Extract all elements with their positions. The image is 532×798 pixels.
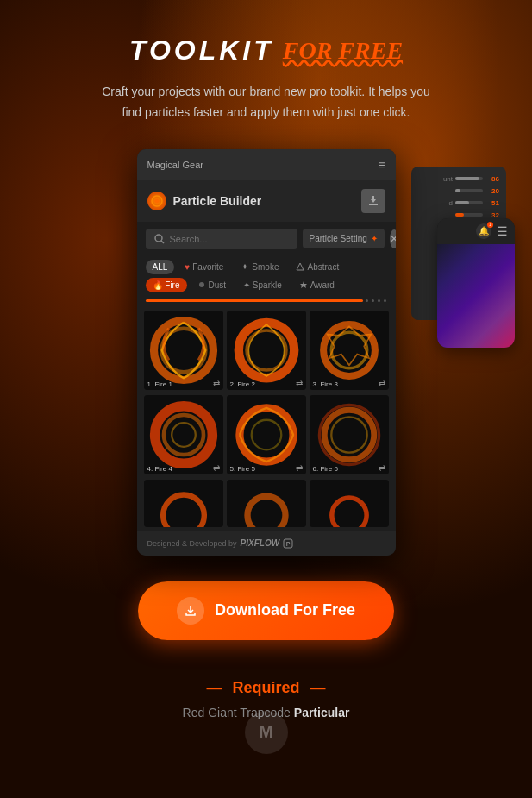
category-tabs-2: 🔥 Fire Dust ✦ Sparkle Award: [137, 278, 396, 296]
watermark: M: [245, 711, 288, 754]
particle-arrow-3: ⇄: [379, 379, 385, 388]
svg-point-18: [251, 419, 281, 449]
required-label: Required: [232, 679, 299, 697]
search-box: [146, 229, 297, 249]
menu-icon[interactable]: ≡: [378, 158, 385, 172]
svg-marker-5: [297, 263, 304, 270]
particle-arrow-2: ⇄: [296, 379, 303, 388]
download-button[interactable]: Download For Free: [138, 581, 394, 640]
panel-footer: Designed & Developed by PIXFLOW P: [137, 531, 396, 556]
particle-arrow-6: ⇄: [379, 463, 385, 473]
svg-line-4: [161, 241, 164, 243]
tab-favorite[interactable]: ♥ Favorite: [178, 260, 230, 274]
pixflow-logo-icon: P: [283, 538, 293, 549]
tab-fire[interactable]: 🔥 Fire: [146, 278, 187, 292]
title-main: TOOLKIT: [129, 35, 274, 66]
tab-sparkle[interactable]: ✦ Sparkle: [236, 278, 289, 292]
panel-title: Particle Builder: [173, 194, 262, 208]
particles-grid-row1: 1. Fire 1 ⇄ 2. Fire 2 ⇄: [137, 305, 396, 395]
tab-all[interactable]: ALL: [146, 260, 175, 274]
particles-bottom-row: [137, 480, 396, 531]
panel-wrapper: unt 86 20 d 51 32 d X 12: [17, 149, 515, 556]
search-row: Particle Setting ✦ ✕: [137, 222, 396, 256]
particle-cell-7-partial[interactable]: [144, 480, 223, 527]
notification-badge: 1: [487, 222, 493, 228]
required-dash-left: —: [206, 679, 222, 697]
svg-point-13: [331, 332, 366, 368]
settings-row-2: 20: [418, 187, 499, 195]
particle-label-5: 5. Fire 5: [230, 465, 255, 473]
particle-arrow-5: ⇄: [296, 463, 303, 473]
svg-point-23: [247, 496, 285, 527]
close-button[interactable]: ✕: [390, 229, 396, 248]
footer-brand: PIXFLOW: [241, 538, 280, 548]
particle-arrow-1: ⇄: [213, 379, 220, 388]
particle-label-1: 1. Fire 1: [147, 380, 172, 388]
particle-cell-6[interactable]: 6. Fire 6 ⇄: [310, 395, 389, 474]
particle-cell-3[interactable]: 3. Fire 3 ⇄: [310, 311, 389, 390]
particle-label-3: 3. Fire 3: [313, 380, 338, 388]
notification-bell[interactable]: 🔔 1: [476, 223, 491, 239]
progress-dots: [137, 296, 396, 305]
settings-row-3: d 51: [418, 199, 499, 207]
panel-title-bar: Particle Builder: [137, 180, 396, 222]
hamburger-menu-icon[interactable]: ☰: [497, 224, 508, 238]
panel-header-left: Magical Gear: [147, 160, 203, 170]
tab-smoke[interactable]: Smoke: [234, 260, 285, 274]
particle-cell-9-partial[interactable]: [310, 480, 389, 527]
particle-setting-button[interactable]: Particle Setting ✦: [303, 229, 385, 248]
panel-header: Magical Gear ≡: [137, 149, 396, 180]
search-icon: [154, 234, 165, 244]
settings-row-1: unt 86: [418, 175, 499, 183]
subtitle: Craft your projects with our brand new p…: [94, 82, 439, 123]
svg-point-22: [163, 494, 204, 527]
footer-text: Designed & Developed by: [147, 539, 237, 548]
phone-header: 🔔 1 ☰: [437, 218, 515, 244]
svg-text:P: P: [286, 541, 291, 547]
svg-point-24: [331, 498, 366, 527]
category-tabs: ALL ♥ Favorite Smoke Abstract: [137, 256, 396, 278]
svg-point-6: [199, 282, 204, 287]
particle-setting-icon: ✦: [371, 234, 378, 243]
download-label: Download For Free: [215, 601, 355, 619]
tab-dust[interactable]: Dust: [191, 278, 234, 292]
particle-cell-4[interactable]: 4. Fire 4 ⇄: [144, 395, 223, 474]
particle-label-4: 4. Fire 4: [147, 465, 172, 473]
svg-point-16: [172, 423, 196, 447]
required-dash-right: —: [310, 679, 326, 697]
download-icon: [177, 597, 204, 625]
required-row: — Required —: [183, 679, 350, 697]
tab-award[interactable]: Award: [292, 278, 341, 292]
panel-download-button[interactable]: [361, 189, 385, 213]
particle-label-6: 6. Fire 6: [313, 465, 338, 473]
svg-marker-2: [371, 196, 376, 203]
svg-point-20: [319, 405, 379, 464]
particle-cell-1[interactable]: 1. Fire 1 ⇄: [144, 311, 223, 390]
particle-arrow-4: ⇄: [213, 463, 220, 473]
particle-cell-5[interactable]: 5. Fire 5 ⇄: [227, 395, 306, 474]
svg-point-17: [239, 408, 292, 462]
particle-label-2: 2. Fire 2: [230, 380, 255, 388]
particle-cell-2[interactable]: 2. Fire 2 ⇄: [227, 311, 306, 390]
main-panel: Magical Gear ≡ Particle Builder: [137, 149, 396, 556]
svg-point-3: [155, 235, 162, 242]
svg-rect-1: [369, 204, 378, 205]
download-arrow-icon: [184, 604, 197, 618]
svg-marker-7: [300, 281, 307, 288]
title-section: TOOLKIT FOR FREE: [129, 35, 403, 66]
page-content: TOOLKIT FOR FREE Craft your projects wit…: [0, 0, 532, 763]
phone-content: [437, 244, 515, 348]
particles-grid-row2: 4. Fire 4 ⇄ 5. Fire 5 ⇄: [137, 395, 396, 480]
search-input[interactable]: [170, 234, 289, 244]
particle-cell-8-partial[interactable]: [227, 480, 306, 527]
phone-panel: 🔔 1 ☰: [437, 218, 515, 348]
title-accent: FOR FREE: [283, 37, 403, 65]
brand-name: Magical Gear: [147, 160, 203, 170]
svg-point-21: [331, 417, 366, 452]
svg-point-15: [164, 415, 203, 455]
panel-title-left: Particle Builder: [147, 192, 262, 210]
panel-brand-icon: [147, 192, 166, 210]
required-highlight: Particular: [294, 706, 350, 719]
tab-abstract[interactable]: Abstract: [289, 260, 346, 274]
